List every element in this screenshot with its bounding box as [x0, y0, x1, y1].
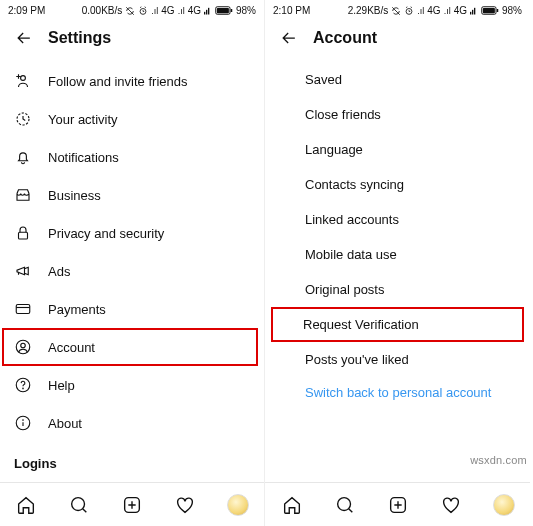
nav-activity[interactable] [173, 493, 197, 517]
signal-bars-icon [204, 6, 212, 15]
row-label: Original posts [305, 282, 384, 297]
row-label: Contacts syncing [305, 177, 404, 192]
status-battery: 98% [502, 5, 522, 16]
watermark: wsxdn.com [470, 454, 527, 466]
svg-point-17 [72, 497, 85, 510]
row-notifications[interactable]: Notifications [0, 138, 264, 176]
svg-rect-10 [16, 305, 30, 314]
status-time: 2:09 PM [8, 5, 45, 16]
help-circle-icon [14, 376, 32, 394]
row-your-activity[interactable]: Your activity [0, 100, 264, 138]
battery-icon [215, 6, 233, 15]
svg-point-16 [23, 420, 24, 421]
bottom-nav [0, 482, 264, 526]
bell-icon [14, 148, 32, 166]
svg-rect-21 [472, 10, 473, 15]
row-label: Request Verification [303, 317, 419, 332]
settings-screen: 2:09 PM 0.00KB/s .ıl 4G .ıl 4G 98% Setti… [0, 0, 265, 526]
row-business[interactable]: Business [0, 176, 264, 214]
svg-rect-5 [217, 8, 229, 13]
row-posts-liked[interactable]: Posts you've liked [265, 342, 530, 377]
nav-new-post[interactable] [120, 493, 144, 517]
add-account-link[interactable]: Add account [0, 475, 264, 482]
header: Account [265, 18, 530, 62]
row-label: About [48, 416, 82, 431]
settings-list: Follow and invite friends Your activity … [0, 62, 264, 482]
row-label: Saved [305, 72, 342, 87]
svg-point-7 [21, 76, 26, 81]
row-label: Mobile data use [305, 247, 397, 262]
row-label: Ads [48, 264, 70, 279]
user-circle-icon [14, 338, 32, 356]
status-battery: 98% [236, 5, 256, 16]
svg-rect-6 [231, 9, 233, 12]
nav-home[interactable] [14, 493, 38, 517]
row-label: Privacy and security [48, 226, 164, 241]
page-title: Account [313, 29, 377, 47]
clock-dashed-icon [14, 110, 32, 128]
svg-rect-24 [483, 8, 495, 13]
row-label: Your activity [48, 112, 118, 127]
row-mobile-data[interactable]: Mobile data use [265, 237, 530, 272]
nav-profile[interactable] [226, 493, 250, 517]
info-circle-icon [14, 414, 32, 432]
back-arrow-icon[interactable] [279, 28, 299, 48]
megaphone-icon [14, 262, 32, 280]
row-close-friends[interactable]: Close friends [265, 97, 530, 132]
battery-icon [481, 6, 499, 15]
signal-bars-icon [470, 6, 478, 15]
bottom-nav [265, 482, 530, 526]
svg-rect-25 [497, 9, 499, 12]
status-speed: 0.00KB/s [82, 5, 123, 16]
nav-search[interactable] [333, 493, 357, 517]
row-about[interactable]: About [0, 404, 264, 442]
row-original-posts[interactable]: Original posts [265, 272, 530, 307]
status-speed: 2.29KB/s [348, 5, 389, 16]
user-plus-icon [14, 72, 32, 90]
nav-search[interactable] [67, 493, 91, 517]
row-request-verification[interactable]: Request Verification [271, 307, 524, 342]
no-sync-icon [125, 6, 135, 16]
row-saved[interactable]: Saved [265, 62, 530, 97]
header: Settings [0, 18, 264, 62]
row-label: Posts you've liked [305, 352, 409, 367]
svg-point-14 [23, 388, 24, 389]
row-privacy[interactable]: Privacy and security [0, 214, 264, 252]
row-label: Payments [48, 302, 106, 317]
nav-profile[interactable] [492, 493, 516, 517]
alarm-icon [138, 6, 148, 16]
status-time: 2:10 PM [273, 5, 310, 16]
row-follow-invite[interactable]: Follow and invite friends [0, 62, 264, 100]
row-label: Business [48, 188, 101, 203]
logins-heading: Logins [0, 442, 264, 475]
page-title: Settings [48, 29, 111, 47]
row-ads[interactable]: Ads [0, 252, 264, 290]
row-label: Language [305, 142, 363, 157]
nav-home[interactable] [280, 493, 304, 517]
row-account[interactable]: Account [2, 328, 258, 366]
back-arrow-icon[interactable] [14, 28, 34, 48]
account-screen: 2:10 PM 2.29KB/s .ıl 4G .ıl 4G 98% Accou… [265, 0, 530, 526]
row-payments[interactable]: Payments [0, 290, 264, 328]
svg-rect-3 [208, 8, 209, 15]
status-net: 4G [427, 5, 440, 16]
row-contacts-sync[interactable]: Contacts syncing [265, 167, 530, 202]
row-language[interactable]: Language [265, 132, 530, 167]
svg-rect-20 [470, 12, 471, 15]
status-net: 4G [161, 5, 174, 16]
switch-personal-link[interactable]: Switch back to personal account [265, 377, 530, 408]
lock-icon [14, 224, 32, 242]
no-sync-icon [391, 6, 401, 16]
svg-point-12 [21, 343, 26, 348]
row-linked-accounts[interactable]: Linked accounts [265, 202, 530, 237]
svg-rect-22 [474, 8, 475, 15]
row-help[interactable]: Help [0, 366, 264, 404]
svg-point-26 [337, 497, 350, 510]
nav-new-post[interactable] [386, 493, 410, 517]
row-label: Account [48, 340, 95, 355]
svg-rect-2 [206, 10, 207, 15]
account-list: Saved Close friends Language Contacts sy… [265, 62, 530, 482]
nav-activity[interactable] [439, 493, 463, 517]
alarm-icon [404, 6, 414, 16]
avatar [227, 494, 249, 516]
